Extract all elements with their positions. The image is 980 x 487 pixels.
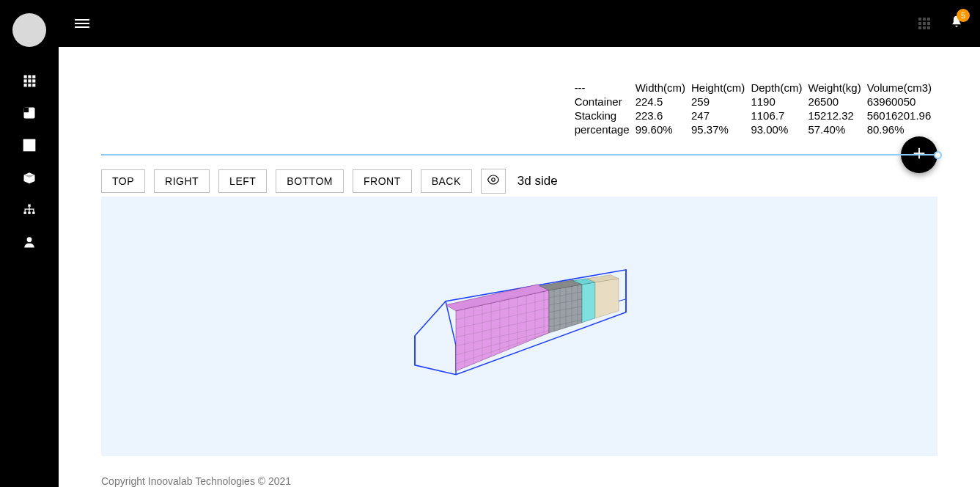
org-chart-icon xyxy=(22,202,37,220)
svg-point-21 xyxy=(492,178,495,182)
svg-rect-3 xyxy=(24,79,27,82)
stats-header: Weight(kg) xyxy=(808,81,866,95)
sidebar-dashboard[interactable] xyxy=(15,67,44,97)
stats-cell: 223.6 xyxy=(635,109,691,122)
table-row: percentage 99.60% 95.37% 93.00% 57.40% 8… xyxy=(575,122,937,136)
hamburger-icon xyxy=(75,19,89,28)
view-back-button[interactable]: BACK xyxy=(421,169,472,193)
grid-icon xyxy=(22,73,37,91)
svg-rect-0 xyxy=(24,76,27,78)
progress-slider[interactable] xyxy=(101,150,937,160)
stats-header: --- xyxy=(575,81,635,95)
stats-cell: 57.40% xyxy=(808,122,866,136)
stats-cell: 56016201.96 xyxy=(867,109,937,122)
sidebar-quad[interactable] xyxy=(15,132,44,161)
stats-cell: percentage xyxy=(575,122,635,136)
user-icon xyxy=(22,235,37,252)
svg-rect-7 xyxy=(28,84,31,87)
stats-cell: 247 xyxy=(691,109,751,122)
menu-toggle[interactable] xyxy=(75,17,89,30)
svg-rect-15 xyxy=(24,212,26,214)
svg-rect-2 xyxy=(32,76,35,78)
svg-rect-16 xyxy=(28,212,30,214)
view-controls: TOP RIGHT LEFT BOTTOM FRONT BACK 3d side xyxy=(101,169,937,194)
footer: Copyright Inoovalab Technologies © 2021 xyxy=(59,461,980,487)
stats-cell: 1106.7 xyxy=(751,109,808,122)
window-quad-icon xyxy=(22,138,37,155)
sidebar-org[interactable] xyxy=(15,197,44,226)
sidebar-board[interactable] xyxy=(15,100,44,129)
svg-rect-5 xyxy=(32,79,35,82)
svg-rect-10 xyxy=(24,108,29,113)
topbar: 5 xyxy=(59,0,980,47)
stats-cell: 95.37% xyxy=(691,122,751,136)
stats-cell: 80.96% xyxy=(867,122,937,136)
notification-count: 5 xyxy=(957,9,970,22)
stats-header: Width(cm) xyxy=(635,81,691,95)
svg-marker-30 xyxy=(549,285,582,333)
stats-cell: 15212.32 xyxy=(808,109,866,122)
svg-rect-8 xyxy=(32,84,35,87)
view-front-button[interactable]: FRONT xyxy=(353,169,412,193)
svg-rect-14 xyxy=(28,205,30,207)
avatar[interactable] xyxy=(12,13,46,47)
current-view-label: 3d side xyxy=(517,174,558,188)
svg-rect-1 xyxy=(28,76,31,78)
stats-cell: 63960050 xyxy=(867,95,937,109)
svg-point-18 xyxy=(27,237,32,242)
container-3d-render xyxy=(406,268,633,389)
sidebar xyxy=(0,0,59,487)
slider-handle[interactable] xyxy=(934,151,942,159)
apps-menu[interactable] xyxy=(918,18,930,29)
stats-cell: 26500 xyxy=(808,95,866,109)
stats-cell: Container xyxy=(575,95,635,109)
view-left-button[interactable]: LEFT xyxy=(218,169,267,193)
main-column: 5 --- Width(cm) Height(cm) Depth(cm) Wei… xyxy=(59,0,980,487)
stats-cell: 93.00% xyxy=(751,122,808,136)
view-top-button[interactable]: TOP xyxy=(101,169,145,193)
stats-cell: 99.60% xyxy=(635,122,691,136)
table-row: Container 224.5 259 1190 26500 63960050 xyxy=(575,95,937,109)
stats-cell: 259 xyxy=(691,95,751,109)
stats-header-row: --- Width(cm) Height(cm) Depth(cm) Weigh… xyxy=(575,81,937,95)
stats-cell: 1190 xyxy=(751,95,808,109)
svg-rect-6 xyxy=(24,84,27,87)
footer-copyright: Copyright Inoovalab Technologies © 2021 xyxy=(101,475,291,487)
view-right-button[interactable]: RIGHT xyxy=(154,169,210,193)
slider-track xyxy=(101,154,937,155)
view-bottom-button[interactable]: BOTTOM xyxy=(276,169,344,193)
stats-header: Height(cm) xyxy=(691,81,751,95)
eye-icon xyxy=(487,173,500,189)
svg-marker-32 xyxy=(582,282,595,323)
stats-header: Depth(cm) xyxy=(751,81,808,95)
svg-rect-17 xyxy=(32,212,34,214)
sidebar-package[interactable] xyxy=(15,164,44,194)
board-icon xyxy=(22,106,37,123)
sidebar-user[interactable] xyxy=(15,229,44,258)
package-icon xyxy=(22,170,37,188)
stats-header: Volume(cm3) xyxy=(867,81,937,95)
toggle-visibility-button[interactable] xyxy=(481,169,506,194)
3d-viewport[interactable] xyxy=(101,197,937,456)
notifications-button[interactable]: 5 xyxy=(949,15,964,32)
stats-table: --- Width(cm) Height(cm) Depth(cm) Weigh… xyxy=(575,81,937,136)
svg-marker-34 xyxy=(595,279,619,318)
content-area: --- Width(cm) Height(cm) Depth(cm) Weigh… xyxy=(59,47,980,461)
stats-cell: Stacking xyxy=(575,109,635,122)
table-row: Stacking 223.6 247 1106.7 15212.32 56016… xyxy=(575,109,937,122)
stats-cell: 224.5 xyxy=(635,95,691,109)
svg-rect-4 xyxy=(28,79,31,82)
